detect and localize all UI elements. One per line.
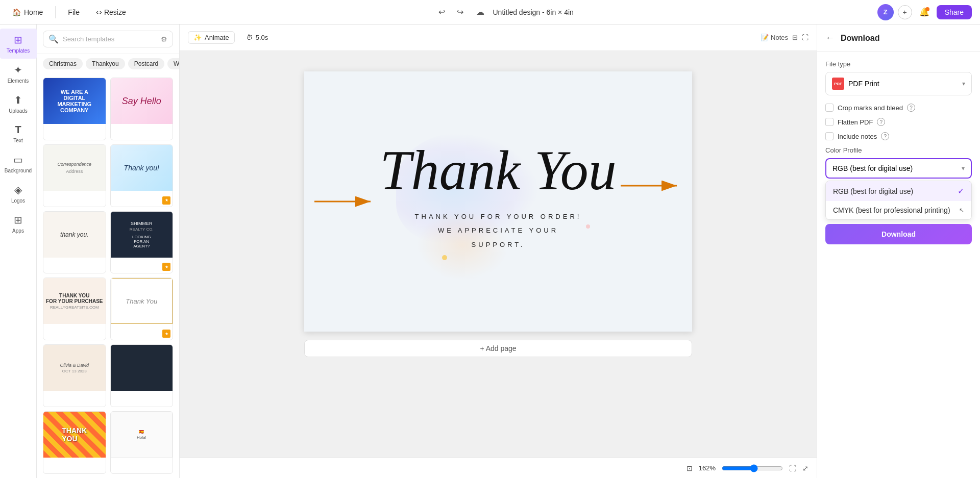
sidebar-label-text: Text [13, 138, 22, 143]
sidebar-label-logos: Logos [11, 198, 25, 204]
template-card[interactable]: Olivia & David OCT 13 2023 [43, 344, 106, 407]
add-page-button[interactable]: + Add page [304, 340, 692, 357]
sidebar-item-background[interactable]: ▭ Background [0, 148, 37, 179]
add-collaborator-button[interactable]: + [898, 5, 912, 19]
subtitle-line3[interactable]: SUPPORT. [380, 239, 617, 250]
templates-grid: WE ARE ADIGITALMARKETINGCOMPANY Say Hell… [37, 73, 179, 478]
undo-button[interactable]: ↩ [433, 4, 450, 20]
notes-button[interactable]: 📝 Notes [761, 34, 788, 41]
template-card[interactable]: 🇪🇸 Hola! [110, 411, 174, 474]
notifications-button[interactable]: 🔔 [916, 4, 933, 20]
crop-marks-info-icon[interactable]: ? [907, 104, 915, 112]
canvas-frame[interactable]: Thank You THANK YOU FOR YOUR ORDER! WE A… [304, 71, 692, 332]
thank-you-heading[interactable]: Thank You [380, 142, 617, 198]
chevron-down-icon: ▾ [962, 80, 965, 87]
color-profile-section: Color Profile RGB (best for digital use)… [825, 146, 972, 220]
sidebar-item-text[interactable]: T Text [0, 119, 37, 148]
animate-icon: ✨ [193, 34, 202, 41]
expand-icon: ⛶ [802, 34, 808, 41]
template-card[interactable]: Say Hello [110, 78, 174, 140]
file-button[interactable]: File [64, 6, 84, 18]
home-button[interactable]: 🏠 Home [8, 6, 47, 18]
include-notes-info-icon[interactable]: ? [881, 132, 889, 140]
filter-icon[interactable]: ⚙ [161, 35, 167, 43]
cmyk-option-label: CMYK (best for professional printing) [833, 206, 950, 214]
cursor-indicator: ↖ [959, 207, 964, 214]
pages-icon: ⊟ [792, 34, 798, 41]
file-type-dropdown[interactable]: PDF PDF Print ▾ [825, 72, 972, 95]
panel-body: File type PDF PDF Print ▾ Crop marks and… [817, 52, 980, 478]
subtitle-line2[interactable]: WE APPRECIATE YOUR [380, 224, 617, 236]
subtitle-line1[interactable]: THANK YOU FOR YOUR ORDER! [380, 211, 617, 222]
sidebar-label-uploads: Uploads [9, 108, 28, 114]
decorative-dot-1 [442, 255, 447, 260]
template-card[interactable]: thank you. [43, 211, 106, 274]
flatten-pdf-checkbox[interactable] [825, 118, 834, 126]
notes-toolbar: 📝 Notes ⊟ ⛶ [761, 34, 808, 41]
uploads-icon: ⬆ [14, 94, 22, 106]
tags-row: Christmas Thankyou Postcard Win... [37, 54, 179, 73]
template-card[interactable]: THANK YOUFOR YOUR PURCHASE REALLYGREATSI… [43, 278, 106, 340]
topbar: 🏠 Home File ⇔ Resize ↩ ↪ ☁ Untitled desi… [0, 0, 980, 24]
apps-icon: ⊞ [14, 214, 22, 226]
color-option-cmyk[interactable]: CMYK (best for professional printing) ↖ [826, 201, 971, 219]
color-profile-dropdown[interactable]: RGB (best for digital use) ▾ [825, 158, 972, 179]
include-notes-checkbox[interactable] [825, 132, 834, 140]
canvas-scroll[interactable]: Thank You THANK YOU FOR YOUR ORDER! WE A… [180, 51, 817, 458]
expand-button[interactable]: ⛶ [802, 34, 808, 41]
redo-button[interactable]: ↪ [452, 4, 468, 20]
sidebar-item-apps[interactable]: ⊞ Apps [0, 209, 37, 239]
notes-icon: 📝 [761, 34, 769, 41]
cloud-save-button[interactable]: ☁ [472, 4, 488, 20]
sidebar-item-templates[interactable]: ⊞ Templates [0, 29, 37, 59]
pages-button[interactable]: ⊟ [792, 34, 798, 41]
template-card[interactable] [110, 344, 174, 407]
template-card[interactable]: Thank you! ★ [110, 144, 174, 207]
tag-christmas[interactable]: Christmas [43, 58, 83, 69]
avatar[interactable]: Z [877, 4, 894, 20]
zoom-slider[interactable] [722, 464, 783, 472]
resize-button[interactable]: ⇔ Resize [92, 6, 130, 18]
color-option-rgb[interactable]: RGB (best for digital use) ✓ [826, 181, 971, 201]
template-card[interactable]: WE ARE ADIGITALMARKETINGCOMPANY [43, 78, 106, 140]
color-profile-label: Color Profile [825, 146, 972, 154]
template-card[interactable]: Thank You ★ [110, 278, 174, 340]
crop-marks-row[interactable]: Crop marks and bleed ? [825, 104, 972, 112]
fit-icon[interactable]: ⊡ [687, 464, 693, 472]
tag-win[interactable]: Win... [167, 58, 179, 69]
arrow-right [621, 178, 682, 193]
search-wrapper[interactable]: 🔍 ⚙ [43, 31, 173, 47]
topbar-center: ↩ ↪ ☁ Untitled design - 6in × 4in [138, 4, 869, 20]
download-button[interactable]: Download [825, 224, 972, 244]
animate-button[interactable]: ✨ Animate [188, 31, 235, 44]
flatten-pdf-row[interactable]: Flatten PDF ? [825, 118, 972, 126]
elements-icon: ✦ [14, 64, 22, 76]
expand-icon[interactable]: ⛶ [789, 464, 796, 472]
include-notes-row[interactable]: Include notes ? [825, 132, 972, 140]
color-profile-menu: RGB (best for digital use) ✓ CMYK (best … [825, 181, 972, 220]
sidebar-item-uploads[interactable]: ⬆ Uploads [0, 89, 37, 119]
template-card[interactable]: SHIMMER REALTY CO. LOOKINGFOR ANAGENT? ★ [110, 211, 174, 274]
sidebar-item-elements[interactable]: ✦ Elements [0, 59, 37, 89]
tag-thankyou[interactable]: Thankyou [86, 58, 125, 69]
timer-button[interactable]: ⏱ 5.0s [241, 32, 274, 43]
share-button[interactable]: Share [937, 5, 972, 19]
template-card[interactable]: THANKYOU [43, 411, 106, 474]
flatten-pdf-info-icon[interactable]: ? [877, 118, 885, 126]
fullscreen-icon[interactable]: ⤢ [802, 464, 808, 472]
sidebar-item-logos[interactable]: ◈ Logos [0, 179, 37, 209]
zoom-level: 162% [699, 464, 716, 472]
panel-title: Download [841, 34, 879, 43]
include-notes-label: Include notes [838, 133, 877, 140]
background-icon: ▭ [13, 154, 23, 166]
panel-header: ← Download [817, 24, 980, 52]
search-input[interactable] [63, 35, 157, 43]
crop-marks-checkbox[interactable] [825, 104, 834, 112]
crown-badge: ★ [162, 263, 170, 271]
back-button[interactable]: ← [825, 33, 835, 43]
template-card[interactable]: Correspondence Address [43, 144, 106, 207]
resize-icon: ⇔ [96, 8, 102, 16]
sidebar-label-apps: Apps [12, 228, 24, 234]
sidebar-label-templates: Templates [7, 48, 30, 54]
tag-postcard[interactable]: Postcard [128, 58, 164, 69]
